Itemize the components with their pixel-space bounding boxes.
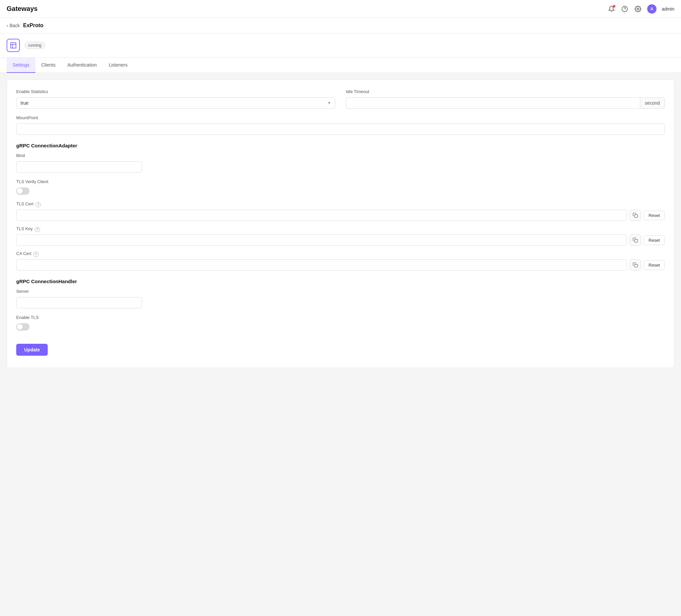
main-content: Enable Statistics true false ▼ Idle Time… xyxy=(0,73,681,375)
mountpoint-label: MountPoint xyxy=(16,115,665,120)
bind-label: Bind xyxy=(16,153,665,158)
grpc-adapter-title: gRPC ConnectionAdapter xyxy=(16,143,665,148)
mountpoint-input[interactable] xyxy=(16,124,665,135)
tls-key-help-icon[interactable]: ? xyxy=(35,227,40,232)
enable-tls-toggle-knob xyxy=(17,324,23,330)
server-input[interactable]: http://127.0.0.1:9001 xyxy=(16,297,142,308)
notification-dot xyxy=(613,5,615,8)
ca-cert-group: CA Cert ? File path: ${EMQX_ETC_DIR}/cer… xyxy=(16,251,665,271)
enable-statistics-group: Enable Statistics true false ▼ xyxy=(16,89,335,109)
tab-settings[interactable]: Settings xyxy=(7,58,35,73)
settings-card: Enable Statistics true false ▼ Idle Time… xyxy=(7,79,674,368)
tls-cert-reset-button[interactable]: Reset xyxy=(644,211,665,220)
idle-timeout-label: Idle Timeout xyxy=(346,89,665,94)
tls-key-input-wrapper: File path: ${EMQX_ETC_DIR}/certs/key.pem… xyxy=(16,234,665,246)
admin-label: admin xyxy=(662,6,674,11)
enable-tls-toggle-wrapper xyxy=(16,323,665,331)
enable-tls-group: Enable TLS xyxy=(16,315,665,331)
bind-input[interactable]: 0.0.0.0:9100 xyxy=(16,161,142,173)
svg-rect-4 xyxy=(635,214,638,217)
server-group: Server http://127.0.0.1:9001 xyxy=(16,289,665,308)
mountpoint-group: MountPoint xyxy=(16,115,665,135)
ca-cert-reset-button[interactable]: Reset xyxy=(644,260,665,270)
enable-tls-toggle[interactable] xyxy=(16,323,29,331)
tab-clients[interactable]: Clients xyxy=(35,58,61,73)
back-bar: ‹ Back ExProto xyxy=(0,18,681,33)
svg-rect-3 xyxy=(10,43,16,48)
notifications-icon[interactable] xyxy=(607,5,615,13)
status-badge: running xyxy=(25,42,45,49)
enable-tls-label: Enable TLS xyxy=(16,315,665,320)
tls-cert-input[interactable]: File path: ${EMQX_ETC_DIR}/certs/cert.pe… xyxy=(16,210,627,221)
tls-verify-client-group: TLS Verify Client xyxy=(16,179,665,195)
tls-key-input[interactable]: File path: ${EMQX_ETC_DIR}/certs/key.pem xyxy=(16,234,627,246)
enable-statistics-select[interactable]: true false xyxy=(16,97,335,109)
back-arrow-icon: ‹ xyxy=(7,23,8,28)
tls-verify-client-label: TLS Verify Client xyxy=(16,179,665,184)
settings-icon[interactable] xyxy=(634,5,642,13)
server-label: Server xyxy=(16,289,665,294)
avatar[interactable]: A xyxy=(647,4,656,14)
tls-verify-client-toggle-wrapper xyxy=(16,187,665,195)
tls-cert-label-row: TLS Cert ? xyxy=(16,201,665,208)
tls-cert-input-wrapper: File path: ${EMQX_ETC_DIR}/certs/cert.pe… xyxy=(16,210,665,221)
ca-cert-label-row: CA Cert ? xyxy=(16,251,665,257)
toggle-knob xyxy=(17,188,23,194)
tls-cert-label: TLS Cert xyxy=(16,201,33,206)
tls-key-reset-button[interactable]: Reset xyxy=(644,235,665,245)
svg-point-2 xyxy=(637,8,638,9)
tls-key-label: TLS Key xyxy=(16,226,33,231)
tls-verify-client-toggle[interactable] xyxy=(16,187,29,195)
update-button[interactable]: Update xyxy=(16,344,48,356)
enable-statistics-select-wrapper: true false ▼ xyxy=(16,97,335,109)
gateway-icon xyxy=(7,39,20,52)
app-title: Gateways xyxy=(7,5,37,12)
tabs: Settings Clients Authentication Listener… xyxy=(0,58,681,73)
tls-key-group: TLS Key ? File path: ${EMQX_ETC_DIR}/cer… xyxy=(16,226,665,246)
tls-cert-group: TLS Cert ? File path: ${EMQX_ETC_DIR}/ce… xyxy=(16,201,665,221)
ca-cert-file-icon[interactable] xyxy=(630,259,641,271)
idle-timeout-input[interactable]: 30 xyxy=(346,97,640,109)
idle-timeout-unit: second xyxy=(640,97,665,109)
header: Gateways A admin xyxy=(0,0,681,18)
enable-statistics-label: Enable Statistics xyxy=(16,89,335,94)
status-bar: running xyxy=(0,33,681,58)
ca-cert-help-icon[interactable]: ? xyxy=(33,252,39,257)
help-icon[interactable] xyxy=(621,5,629,13)
svg-rect-6 xyxy=(635,264,638,267)
ca-cert-input[interactable]: File path: ${EMQX_ETC_DIR}/certs/cacert.… xyxy=(16,259,627,271)
ca-cert-label: CA Cert xyxy=(16,251,31,256)
tab-authentication[interactable]: Authentication xyxy=(61,58,103,73)
tab-listeners[interactable]: Listeners xyxy=(103,58,133,73)
tls-cert-file-icon[interactable] xyxy=(630,210,641,221)
tls-key-file-icon[interactable] xyxy=(630,234,641,246)
bind-group: Bind 0.0.0.0:9100 xyxy=(16,153,665,173)
back-button[interactable]: ‹ Back xyxy=(7,23,20,28)
page-title: ExProto xyxy=(23,23,43,28)
back-label: Back xyxy=(9,23,20,28)
idle-timeout-wrapper: 30 second xyxy=(346,97,665,109)
tls-key-label-row: TLS Key ? xyxy=(16,226,665,232)
idle-timeout-group: Idle Timeout 30 second xyxy=(346,89,665,109)
header-actions: A admin xyxy=(607,4,674,14)
grpc-handler-title: gRPC ConnectionHandler xyxy=(16,279,665,284)
row-statistics-timeout: Enable Statistics true false ▼ Idle Time… xyxy=(16,89,665,109)
ca-cert-input-wrapper: File path: ${EMQX_ETC_DIR}/certs/cacert.… xyxy=(16,259,665,271)
tls-cert-help-icon[interactable]: ? xyxy=(35,202,41,207)
svg-rect-5 xyxy=(635,239,638,242)
